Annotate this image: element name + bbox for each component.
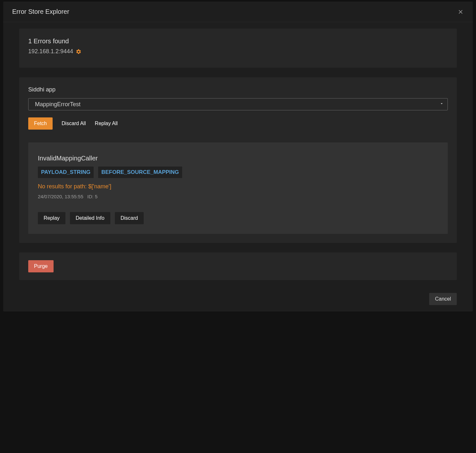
error-message: No results for path: $['name'] [38, 183, 438, 190]
host-row: 192.168.1.2:9444 [28, 48, 448, 55]
error-id: ID: 5 [87, 194, 98, 199]
app-panel: Siddhi app MappingErrorTest Fetch Discar… [19, 77, 457, 243]
errors-found-text: 1 Errors found [28, 38, 448, 45]
error-tag: PAYLOAD_STRING [38, 167, 94, 178]
dialog-header: Error Store Explorer [3, 2, 473, 22]
error-meta: 24/07/2020, 13:55:55 ID: 5 [38, 194, 438, 199]
cancel-button[interactable]: Cancel [429, 293, 457, 305]
dialog: Error Store Explorer 1 Errors found 192.… [3, 2, 473, 312]
detailed-info-button[interactable]: Detailed Info [70, 212, 110, 224]
purge-button[interactable]: Purge [28, 260, 54, 272]
replay-all-button[interactable]: Replay All [95, 117, 118, 130]
app-select[interactable]: MappingErrorTest [28, 98, 448, 110]
gear-icon[interactable] [76, 49, 81, 55]
dialog-body: 1 Errors found 192.168.1.2:9444 Siddhi a… [3, 22, 473, 293]
fetch-button[interactable]: Fetch [28, 117, 53, 130]
discard-button[interactable]: Discard [115, 212, 144, 224]
summary-panel: 1 Errors found 192.168.1.2:9444 [19, 29, 457, 68]
discard-all-button[interactable]: Discard All [62, 117, 86, 130]
error-tags: PAYLOAD_STRING BEFORE_SOURCE_MAPPING [38, 167, 438, 178]
error-title: InvalidMappingCaller [38, 155, 438, 162]
error-tag: BEFORE_SOURCE_MAPPING [98, 167, 182, 178]
error-card-actions: Replay Detailed Info Discard [38, 212, 438, 224]
app-actions: Fetch Discard All Replay All [28, 117, 448, 130]
dialog-title: Error Store Explorer [12, 8, 69, 15]
error-timestamp: 24/07/2020, 13:55:55 [38, 194, 83, 199]
app-section-label: Siddhi app [28, 86, 448, 93]
error-card: InvalidMappingCaller PAYLOAD_STRING BEFO… [28, 142, 448, 234]
app-select-wrap: MappingErrorTest [28, 98, 448, 110]
dialog-footer: Cancel [3, 293, 473, 312]
replay-button[interactable]: Replay [38, 212, 65, 224]
purge-panel: Purge [19, 252, 457, 280]
close-icon[interactable] [457, 9, 464, 15]
host-text: 192.168.1.2:9444 [28, 48, 73, 55]
